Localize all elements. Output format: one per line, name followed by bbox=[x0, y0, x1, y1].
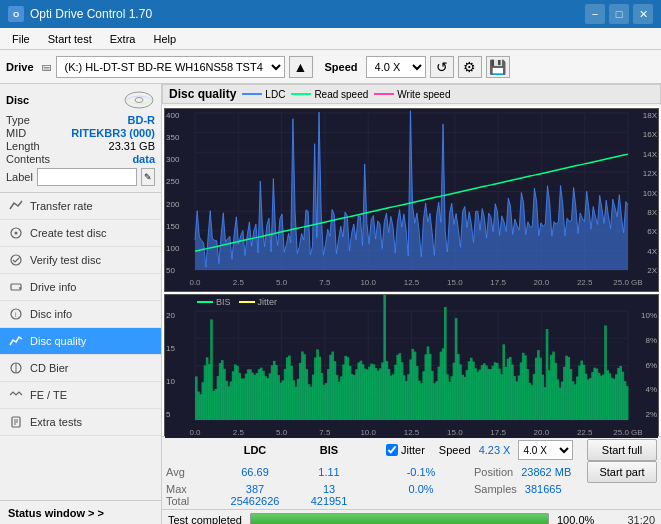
max-label: Max bbox=[166, 483, 216, 495]
menu-bar: File Start test Extra Help bbox=[0, 28, 661, 50]
disc-info-icon: i bbox=[8, 306, 24, 322]
disc-quality-icon bbox=[8, 333, 24, 349]
jitter-checkbox[interactable] bbox=[386, 444, 398, 456]
speed-label-stats: Speed bbox=[439, 444, 471, 456]
bis-total: 421951 bbox=[294, 495, 364, 507]
disc-panel: Disc Type BD-R MID RITEKBR3 (000) Length… bbox=[0, 84, 161, 193]
label-label: Label bbox=[6, 171, 33, 183]
nav-verify-test-disc[interactable]: Verify test disc bbox=[0, 247, 161, 274]
drive-info-icon bbox=[8, 279, 24, 295]
toolbar: Drive 🖴 (K:) HL-DT-ST BD-RE WH16NS58 TST… bbox=[0, 50, 661, 84]
write-speed-legend: Write speed bbox=[374, 89, 450, 100]
label-input[interactable] bbox=[37, 168, 137, 186]
bottom-chart-canvas bbox=[165, 295, 658, 438]
transfer-rate-icon bbox=[8, 198, 24, 214]
bis-max: 13 bbox=[294, 483, 364, 495]
speed-value: 4.23 X bbox=[479, 444, 511, 456]
disc-title: Disc bbox=[6, 94, 29, 106]
nav-transfer-rate[interactable]: Transfer rate bbox=[0, 193, 161, 220]
status-window-button[interactable]: Status window > > bbox=[0, 500, 161, 524]
speed-dropdown[interactable]: 4.0 X bbox=[518, 440, 573, 460]
type-label: Type bbox=[6, 114, 30, 126]
close-button[interactable]: ✕ bbox=[633, 4, 653, 24]
nav-items: Transfer rate Create test disc Verify te… bbox=[0, 193, 161, 436]
nav-disc-info[interactable]: i Disc info bbox=[0, 301, 161, 328]
position-value: 23862 MB bbox=[521, 466, 571, 478]
jitter-label: Jitter bbox=[401, 444, 425, 456]
ldc-legend: LDC bbox=[242, 89, 285, 100]
ldc-total: 25462626 bbox=[220, 495, 290, 507]
svg-text:i: i bbox=[15, 311, 17, 318]
svg-point-6 bbox=[19, 287, 21, 289]
fe-te-icon bbox=[8, 387, 24, 403]
length-label: Length bbox=[6, 140, 40, 152]
maximize-button[interactable]: □ bbox=[609, 4, 629, 24]
progress-section: Test completed 100.0% 31:20 bbox=[162, 509, 661, 524]
ldc-avg: 66.69 bbox=[220, 466, 290, 478]
create-test-disc-icon bbox=[8, 225, 24, 241]
start-full-button[interactable]: Start full bbox=[587, 439, 657, 461]
refresh-button[interactable]: ↺ bbox=[430, 56, 454, 78]
svg-rect-5 bbox=[11, 284, 21, 290]
svg-point-3 bbox=[15, 232, 18, 235]
progress-pct: 100.0% bbox=[557, 514, 597, 524]
svg-point-0 bbox=[125, 92, 153, 108]
mid-value: RITEKBR3 (000) bbox=[71, 127, 155, 139]
write-speed-legend-color bbox=[374, 93, 394, 95]
speed-label: Speed bbox=[325, 61, 358, 73]
app-title: Opti Drive Control 1.70 bbox=[30, 7, 152, 21]
top-chart-canvas bbox=[165, 109, 658, 288]
progress-bar-fill bbox=[251, 514, 548, 524]
drive-select[interactable]: (K:) HL-DT-ST BD-RE WH16NS58 TST4 bbox=[56, 56, 285, 78]
mid-label: MID bbox=[6, 127, 26, 139]
nav-drive-info[interactable]: Drive info bbox=[0, 274, 161, 301]
menu-help[interactable]: Help bbox=[145, 31, 184, 47]
menu-start-test[interactable]: Start test bbox=[40, 31, 100, 47]
svg-point-4 bbox=[11, 255, 21, 265]
read-speed-legend-color bbox=[291, 93, 311, 95]
eject-button[interactable]: ▲ bbox=[289, 56, 313, 78]
samples-value: 381665 bbox=[525, 483, 562, 495]
extra-tests-icon bbox=[8, 414, 24, 430]
minimize-button[interactable]: − bbox=[585, 4, 605, 24]
contents-value: data bbox=[132, 153, 155, 165]
stats-section: LDC BIS Jitter Speed 4.23 X 4.0 X Start … bbox=[162, 436, 661, 509]
chart-header: Disc quality LDC Read speed Write speed bbox=[162, 84, 661, 104]
ldc-header: LDC bbox=[220, 444, 290, 456]
start-part-button[interactable]: Start part bbox=[587, 461, 657, 483]
jitter-avg: -0.1% bbox=[386, 466, 456, 478]
avg-label: Avg bbox=[166, 466, 216, 478]
time-elapsed: 31:20 bbox=[605, 514, 655, 524]
bis-avg: 1.11 bbox=[294, 466, 364, 478]
ldc-legend-color bbox=[242, 93, 262, 95]
ldc-max: 387 bbox=[220, 483, 290, 495]
speed-select[interactable]: 4.0 X bbox=[366, 56, 426, 78]
nav-fe-te[interactable]: FE / TE bbox=[0, 382, 161, 409]
menu-extra[interactable]: Extra bbox=[102, 31, 144, 47]
bis-header: BIS bbox=[294, 444, 364, 456]
nav-cd-bier[interactable]: CD Bier bbox=[0, 355, 161, 382]
nav-create-test-disc[interactable]: Create test disc bbox=[0, 220, 161, 247]
type-value: BD-R bbox=[128, 114, 156, 126]
length-value: 23.31 GB bbox=[109, 140, 155, 152]
position-label: Position bbox=[474, 466, 513, 478]
total-label: Total bbox=[166, 495, 216, 507]
nav-disc-quality[interactable]: Disc quality bbox=[0, 328, 161, 355]
settings-button[interactable]: ⚙ bbox=[458, 56, 482, 78]
content-area: Disc quality LDC Read speed Write speed bbox=[162, 84, 661, 524]
samples-label: Samples bbox=[474, 483, 517, 495]
save-button[interactable]: 💾 bbox=[486, 56, 510, 78]
drive-label: Drive bbox=[6, 61, 34, 73]
svg-point-1 bbox=[135, 98, 143, 103]
cd-bier-icon bbox=[8, 360, 24, 376]
nav-extra-tests[interactable]: Extra tests bbox=[0, 409, 161, 436]
menu-file[interactable]: File bbox=[4, 31, 38, 47]
label-edit-button[interactable]: ✎ bbox=[141, 168, 155, 186]
title-bar: O Opti Drive Control 1.70 − □ ✕ bbox=[0, 0, 661, 28]
read-speed-legend: Read speed bbox=[291, 89, 368, 100]
jitter-max: 0.0% bbox=[386, 483, 456, 495]
contents-label: Contents bbox=[6, 153, 50, 165]
progress-bar bbox=[250, 513, 549, 524]
chart-title: Disc quality bbox=[169, 87, 236, 101]
disc-icon bbox=[123, 90, 155, 110]
